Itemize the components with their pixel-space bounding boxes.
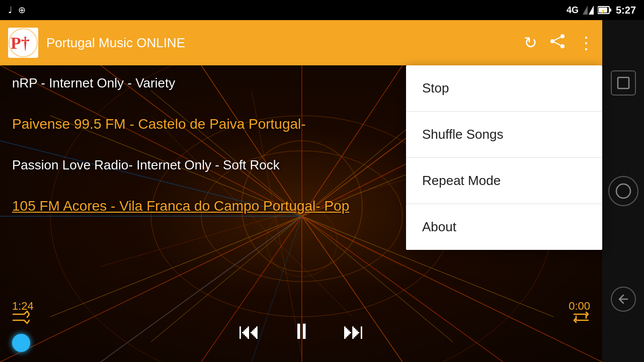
- list-item[interactable]: nRP - Internet Only - Variety: [12, 75, 349, 91]
- menu-item-about[interactable]: About: [406, 204, 602, 250]
- app-bar-actions: ↻ ⋮: [524, 33, 594, 53]
- svg-text:P†: P†: [11, 34, 30, 52]
- status-bar-right: 4G ⚡ 5:27: [567, 5, 636, 16]
- svg-rect-49: [618, 77, 629, 88]
- app-logo: P†: [8, 28, 38, 58]
- share-icon[interactable]: [549, 34, 566, 52]
- next-button[interactable]: ⏭: [343, 319, 365, 344]
- app-bar: P† Portugal Music ONLINE ↻ ⋮: [0, 20, 602, 65]
- list-item[interactable]: Passion Love Radio- Internet Only - Soft…: [12, 157, 349, 173]
- signal-icon: [583, 6, 594, 15]
- menu-item-repeat-mode[interactable]: Repeat Mode: [406, 158, 602, 204]
- svg-rect-3: [609, 9, 611, 12]
- current-time: 1:24: [12, 300, 34, 313]
- svg-line-13: [552, 41, 562, 46]
- svg-text:⚡: ⚡: [600, 8, 606, 14]
- more-options-icon[interactable]: ⋮: [578, 33, 594, 53]
- signal-label: 4G: [567, 5, 579, 16]
- android-icon: ⊕: [18, 5, 26, 16]
- bottom-controls: 1:24 0:00 ⏮ ⏸ ⏭: [0, 300, 602, 362]
- playback-buttons: ⏮ ⏸ ⏭: [12, 319, 590, 344]
- dropdown-menu: Stop Shuffle Songs Repeat Mode About: [406, 65, 602, 250]
- battery-icon: ⚡: [598, 6, 612, 14]
- pause-button[interactable]: ⏸: [290, 319, 312, 344]
- music-notification-icon: ♩: [8, 5, 12, 16]
- time-row: 1:24 0:00: [12, 300, 590, 313]
- progress-dot[interactable]: [12, 334, 30, 352]
- previous-button[interactable]: ⏮: [238, 319, 260, 344]
- android-square-button[interactable]: [611, 70, 636, 96]
- svg-marker-0: [589, 6, 594, 15]
- android-home-button[interactable]: [608, 176, 638, 206]
- menu-item-stop[interactable]: Stop: [406, 65, 602, 112]
- refresh-icon[interactable]: ↻: [524, 33, 537, 52]
- svg-marker-1: [583, 6, 588, 15]
- android-back-button[interactable]: [611, 287, 636, 312]
- status-bar-left: ♩ ⊕: [8, 5, 26, 16]
- app-title: Portugal Music ONLINE: [46, 35, 524, 51]
- status-bar: ♩ ⊕ 4G ⚡ 5:27: [0, 0, 644, 20]
- list-item[interactable]: 105 FM Acores - Vila Franca do Campo Por…: [12, 198, 349, 214]
- total-time: 0:00: [569, 300, 590, 313]
- right-panel: [602, 20, 644, 362]
- clock: 5:27: [616, 5, 636, 16]
- menu-item-shuffle-songs[interactable]: Shuffle Songs: [406, 112, 602, 158]
- svg-line-12: [552, 36, 562, 41]
- list-item[interactable]: Paivense 99.5 FM - Castelo de Paiva Port…: [12, 116, 349, 132]
- svg-point-50: [616, 184, 630, 198]
- track-list: nRP - Internet Only - Variety Paivense 9…: [0, 65, 361, 224]
